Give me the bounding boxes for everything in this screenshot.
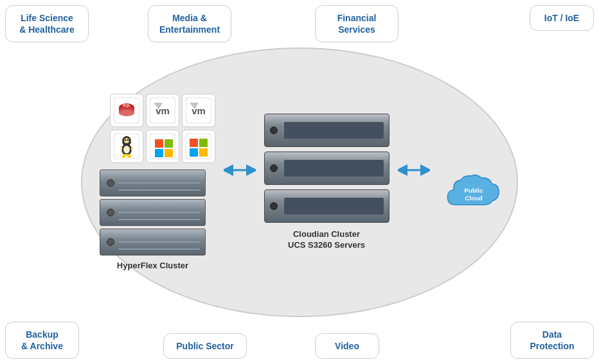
svg-point-15 (127, 139, 129, 141)
left-arrow (224, 160, 256, 204)
card-public-sector: Public Sector (163, 333, 247, 359)
office-icon (182, 130, 215, 163)
svg-rect-22 (165, 149, 173, 157)
svg-text:SQL: SQL (122, 103, 130, 107)
card-data-protection: Data Protection (510, 322, 594, 359)
cloudian-server-2 (264, 152, 389, 185)
app-icons-grid: SQL vm vm (110, 94, 215, 163)
hyperflex-server-stack (100, 169, 206, 256)
svg-text:Cloud: Cloud (465, 195, 483, 202)
card-backup: Backup & Archive (5, 322, 79, 359)
card-video: Video (315, 333, 379, 359)
cloud-icon: Public Cloud (438, 171, 509, 212)
cloudian-section: Cloudian Cluster UCS S3260 Servers (264, 114, 389, 251)
svg-rect-19 (155, 139, 163, 148)
main-container: Life Science & Healthcare Media & Entert… (0, 0, 599, 364)
card-financial: Financial Services (315, 5, 398, 42)
sql-server-icon: SQL (110, 94, 143, 127)
cloudian-server-3 (264, 189, 389, 223)
windows-icon (146, 130, 179, 163)
svg-point-5 (119, 110, 134, 116)
svg-rect-25 (199, 139, 208, 147)
cloudian-label: Cloudian Cluster UCS S3260 Servers (288, 229, 365, 251)
svg-point-14 (124, 139, 126, 141)
svg-rect-21 (155, 149, 163, 157)
hyperflex-section: SQL vm vm (91, 94, 215, 270)
hyperflex-label: HyperFlex Cluster (117, 261, 188, 270)
server-unit-1 (100, 169, 206, 196)
svg-rect-24 (190, 139, 198, 147)
cloudian-server-stack (264, 114, 389, 225)
cloudian-server-1 (264, 114, 389, 147)
svg-rect-26 (190, 148, 198, 157)
linux-icon (110, 130, 143, 163)
svg-text:Public: Public (464, 187, 483, 194)
card-media: Media & Entertainment (148, 5, 231, 42)
card-life-science: Life Science & Healthcare (5, 5, 89, 42)
card-iot: IoT / IoE (530, 5, 594, 31)
ellipse-content: SQL vm vm (87, 54, 512, 311)
server-unit-2 (100, 199, 206, 226)
vmware-icon-2: vm (182, 94, 215, 127)
svg-point-17 (123, 146, 130, 153)
svg-rect-27 (199, 148, 208, 157)
svg-rect-20 (165, 139, 173, 148)
vmware-icon-1: vm (146, 94, 179, 127)
public-cloud-section: Public Cloud (438, 171, 509, 212)
right-arrow (398, 160, 430, 204)
server-unit-3 (100, 229, 206, 256)
